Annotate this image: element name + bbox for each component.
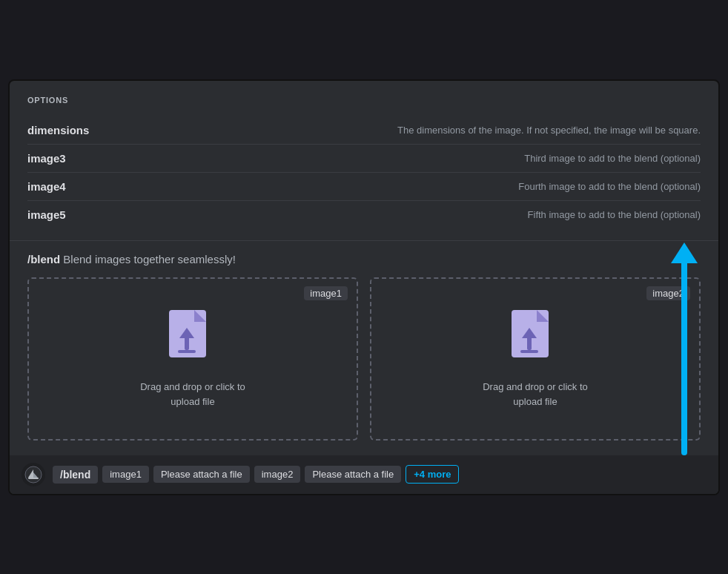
upload-label-image1: image1 [304, 286, 348, 300]
svg-rect-5 [527, 337, 532, 350]
option-desc-image3: Third image to add to the blend (optiona… [524, 153, 701, 164]
bottom-bar-please-attach-2: Please attach a file [305, 466, 401, 483]
blend-command: /blend [27, 253, 60, 265]
option-desc-image5: Fifth image to add to the blend (optiona… [528, 209, 701, 220]
option-row-image5: image5 Fifth image to add to the blend (… [27, 201, 701, 228]
svg-rect-3 [178, 350, 196, 353]
bottom-bar-image2: image2 [254, 466, 301, 483]
bottom-bar: /blend image1 Please attach a file image… [10, 455, 718, 494]
option-row-dimensions: dimensions The dimensions of the image. … [27, 116, 701, 145]
upload-area-image1[interactable]: image1 [27, 277, 358, 441]
option-row-image4: image4 Fourth image to add to the blend … [27, 173, 701, 201]
blend-section: /blend Blend images together seamlessly!… [10, 241, 718, 455]
main-container: OPTIONS dimensions The dimensions of the… [8, 79, 720, 495]
option-name-dimensions: dimensions [27, 124, 89, 136]
option-name-image5: image5 [27, 208, 66, 221]
option-name-image4: image4 [27, 180, 66, 193]
option-name-image3: image3 [27, 152, 66, 165]
blend-description: Blend images together seamlessly! [63, 253, 236, 265]
bottom-bar-image1: image1 [102, 466, 149, 483]
option-desc-image4: Fourth image to add to the blend (option… [518, 181, 701, 192]
upload-text-1: Drag and drop or click to upload file [140, 380, 245, 409]
svg-rect-7 [520, 350, 538, 353]
bottom-bar-more[interactable]: +4 more [406, 465, 459, 484]
upload-text-2: Drag and drop or click to upload file [483, 380, 588, 409]
svg-rect-1 [185, 337, 189, 350]
file-upload-icon-2 [509, 309, 562, 368]
bot-avatar [21, 463, 45, 486]
option-desc-dimensions: The dimensions of the image. If not spec… [397, 125, 701, 136]
upload-area-image2[interactable]: image2 Drag and dr [370, 277, 701, 441]
upload-areas: image1 [27, 277, 701, 441]
svg-rect-9 [28, 478, 39, 479]
file-upload-icon-1 [166, 309, 219, 368]
blend-header: /blend Blend images together seamlessly! [27, 253, 701, 265]
upload-label-image2: image2 [646, 286, 690, 300]
options-section: OPTIONS dimensions The dimensions of the… [10, 81, 718, 241]
bottom-bar-please-attach-1: Please attach a file [153, 466, 250, 483]
options-title: OPTIONS [27, 96, 701, 105]
bottom-bar-command: /blend [53, 466, 98, 484]
option-row-image3: image3 Third image to add to the blend (… [27, 145, 701, 173]
